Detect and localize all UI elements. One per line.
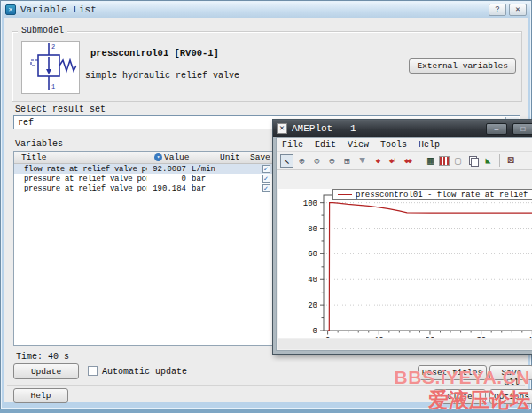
ameplot-client-area: FileEditViewToolsHelp ↖⊕⊙⊖⊞▼◆◆+◆◆▦▢◣⊠ pr… [276,137,532,351]
empty-plot-icon[interactable]: ▢ [451,154,465,168]
variable-unit: L/min [186,165,236,174]
select-cursor-icon[interactable]: ↖ [280,154,293,168]
zoom-in-icon[interactable]: ⊕ [295,154,309,168]
zoom-icon[interactable]: ⊙ [310,154,324,168]
reset-titles-button[interactable]: Reset titles [418,365,487,380]
add-cursor-icon[interactable]: ◆+ [386,154,399,168]
menu-tools[interactable]: Tools [380,140,407,150]
svg-text:60: 60 [308,250,317,259]
save-next-checkbox[interactable]: ✓ [262,184,270,192]
zoom-out-icon[interactable]: ⊖ [325,154,339,168]
variables-group-label: Variables [15,139,63,149]
close-titlebar-button[interactable]: ✕ [509,4,527,16]
legend-label: presscontrol01 - flow rate at relief val… [356,191,532,199]
svg-text:0: 0 [313,327,317,336]
zoom-window-icon[interactable]: ⊞ [340,154,354,168]
help-titlebar-button[interactable]: ? [489,4,506,16]
close-button[interactable]: Close [434,389,486,404]
plot-layout-icon[interactable]: ▦ [424,154,437,168]
svg-text:20: 20 [308,301,317,310]
column-header-value[interactable]: ▾ Value [147,152,199,162]
column-header-title[interactable]: Title [14,152,147,162]
svg-text:10: 10 [374,336,384,338]
valve-port-1-label: 1 [51,83,55,90]
svg-text:20: 20 [426,336,435,338]
edit-curve-icon[interactable]: ◣ [481,154,495,168]
variable-unit: bar [186,175,236,183]
ameplot-menubar: FileEditViewToolsHelp [277,138,532,152]
variable-value[interactable]: 190.184 [147,184,186,193]
relief-valve-icon: 2 1 [21,41,80,94]
app-icon: ✕ [5,4,16,15]
toolbar-separator [419,154,419,167]
column-header-unit[interactable]: Unit [199,152,243,162]
update-button[interactable]: Update [13,363,79,379]
select-result-set-label: Select result set [15,105,106,114]
menu-help[interactable]: Help [419,140,440,150]
minimize-button[interactable]: — [486,123,507,135]
ameplot-window: ✕ AMEPlot - 1 — □ FileEditViewToolsHelp … [272,119,532,355]
svg-text:30: 30 [476,336,486,338]
svg-text:0: 0 [325,336,330,338]
variable-title: pressure at relief valve port 2 [14,184,147,193]
ameplot-title: AMEPlot - 1 [292,123,356,134]
svg-text:80: 80 [308,225,317,234]
result-set-value: ref [18,118,34,128]
variable-title: flow rate at relief valve port 1 [14,165,147,174]
cursor-diamond-icon[interactable]: ◆ [371,154,384,168]
menu-file[interactable]: File [282,140,303,150]
save-next-checkbox[interactable]: ✓ [262,165,270,173]
submodel-groupbox: Submodel 2 1 [12,31,522,102]
ameplot-toolbar: ↖⊕⊙⊖⊞▼◆◆+◆◆▦▢◣⊠ [277,152,532,170]
submodel-name: presscontrol01 [RV00-1] [90,48,219,58]
svg-text:40: 40 [528,336,532,338]
maximize-button[interactable]: □ [512,123,532,135]
legend-line-sample [338,194,352,195]
variable-value[interactable]: 92.0087 [147,165,186,174]
valve-port-2-label: 2 [51,43,55,51]
svg-text:100: 100 [303,199,317,208]
ameplot-app-icon: ✕ [277,123,287,134]
menu-edit[interactable]: Edit [315,140,336,150]
variable-value[interactable]: 0 [147,175,186,183]
ameplot-titlebar[interactable]: ✕ AMEPlot - 1 — □ [273,120,532,137]
variable-list-titlebar[interactable]: ✕ Variable List ? ✕ [2,2,530,18]
options-button[interactable]: Options [489,389,532,404]
toolbar-separator [499,154,500,167]
variable-unit: bar [186,184,236,193]
submodel-description: simple hydraulic relief valve [85,71,239,81]
plot-canvas: 020406080100010203040X: Time [s] [278,189,532,338]
dual-cursor-icon[interactable]: ◆◆ [401,154,414,168]
external-variables-button[interactable]: External variables [409,58,516,74]
histogram-icon[interactable] [439,156,450,166]
sort-icon[interactable]: ▾ [154,153,162,161]
screen: ✕ Variable List ? ✕ Submodel [0,0,532,413]
bottom-separator [7,385,525,386]
close-box-icon[interactable]: ⊠ [505,154,518,168]
ameplot-statusbar [278,339,532,349]
plot-legend: presscontrol01 - flow rate at relief val… [332,189,532,200]
automatic-update-label: Automatic update [102,367,187,377]
time-label: Time: 40 s [16,352,69,362]
window-title: Variable List [20,4,97,15]
save-next-checkbox[interactable]: ✓ [262,175,270,183]
automatic-update-checkbox[interactable] [88,366,98,376]
save-all-button[interactable]: Save all [489,365,532,380]
submodel-group-label: Submodel [18,26,67,35]
svg-text:40: 40 [308,276,317,284]
copy-icon[interactable] [466,154,480,168]
move-down-icon[interactable]: ▼ [356,154,369,168]
menu-view[interactable]: View [348,140,369,150]
plot-area[interactable]: presscontrol01 - flow rate at relief val… [278,189,532,338]
variable-title: pressure at relief valve port 1 [14,175,147,183]
help-button[interactable]: Help [13,388,68,403]
